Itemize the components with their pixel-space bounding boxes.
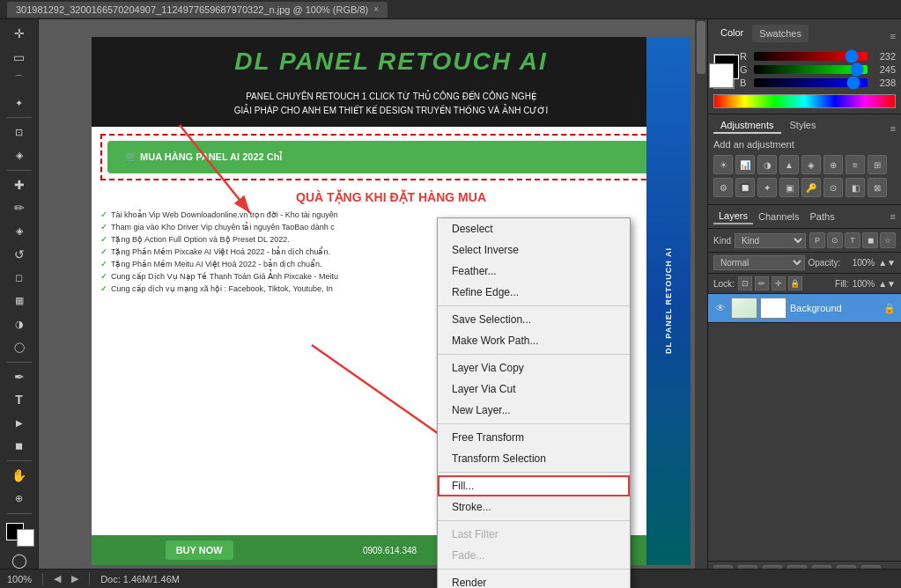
color-spectrum-bar[interactable]: [713, 94, 896, 108]
red-slider[interactable]: [754, 52, 868, 61]
clone-tool-button[interactable]: ◈: [6, 221, 33, 242]
ctx-select-inverse[interactable]: Select Inverse: [438, 239, 630, 261]
eraser-tool-button[interactable]: ◻: [6, 267, 33, 288]
ctx-stroke[interactable]: Stroke...: [438, 496, 630, 518]
color-picker[interactable]: [4, 521, 34, 548]
layers-panel-menu[interactable]: ≡: [890, 211, 896, 222]
filter-adj-btn[interactable]: ⊙: [827, 232, 843, 248]
ctx-fill[interactable]: Fill...: [438, 475, 630, 496]
blur-tool-button[interactable]: ◑: [6, 313, 33, 334]
quick-mask-button[interactable]: ◯: [11, 552, 27, 569]
dodge-tool-button[interactable]: ◯: [6, 336, 33, 357]
photo-filter-btn[interactable]: ⚙: [713, 178, 733, 197]
marquee-tool-button[interactable]: ▭: [6, 46, 33, 67]
ctx-layer-via-cut[interactable]: Layer Via Cut: [438, 379, 630, 400]
tab-layers[interactable]: Layers: [713, 209, 753, 224]
healing-tool-button[interactable]: ✚: [6, 174, 33, 195]
adjustments-section: Adjustments Styles ≡ Add an adjustment ☀…: [708, 114, 901, 205]
ctx-refine-edge[interactable]: Refine Edge...: [438, 282, 630, 303]
pen-tool-button[interactable]: ✒: [6, 366, 33, 387]
opacity-stepper[interactable]: ▲▼: [878, 258, 896, 268]
color-lookup-btn[interactable]: ✦: [757, 178, 777, 197]
v-scrollbar-thumb[interactable]: [697, 21, 705, 74]
eyedropper-tool-button[interactable]: ◈: [6, 145, 33, 166]
green-slider[interactable]: [754, 65, 868, 74]
next-state-btn[interactable]: ▶: [71, 573, 78, 584]
ctx-sep-3: [438, 423, 630, 424]
filter-shape-btn[interactable]: ◼: [862, 232, 878, 248]
ctx-save-selection[interactable]: Save Selection...: [438, 309, 630, 330]
path-selection-tool-button[interactable]: ▶: [6, 412, 33, 433]
lock-all-btn[interactable]: 🔒: [788, 276, 802, 290]
layer-item-background[interactable]: 👁 Background 🔒: [708, 294, 901, 323]
background-color-swatch[interactable]: [17, 529, 34, 547]
filter-smart-btn[interactable]: ☆: [880, 232, 896, 248]
crop-tool-button[interactable]: ⊡: [6, 121, 33, 143]
hand-tool-button[interactable]: ✋: [6, 465, 33, 486]
lock-transparent-btn[interactable]: ⊡: [738, 276, 752, 290]
color-tab-swatches[interactable]: Swatches: [752, 25, 809, 42]
color-swatch-container[interactable]: [713, 54, 735, 89]
kind-select[interactable]: Kind: [735, 233, 806, 248]
gradient-map-btn[interactable]: ◧: [846, 178, 865, 197]
title-bar: 301981292_3200166570204907_1124977659687…: [0, 0, 901, 19]
buy-now-button[interactable]: BUY NOW: [166, 540, 233, 560]
background-color[interactable]: [709, 63, 734, 88]
ctx-new-layer[interactable]: New Layer...: [438, 400, 630, 421]
lock-row: Lock: ⊡ ✏ ✛ 🔒 Fill: 100% ▲▼: [708, 274, 901, 294]
posterize-btn[interactable]: 🔑: [801, 178, 821, 197]
tab-channels[interactable]: Channels: [753, 209, 804, 224]
threshold-btn[interactable]: ⊙: [823, 178, 843, 197]
fill-value: 100%: [853, 279, 875, 289]
channel-mixer-btn[interactable]: 🔲: [735, 178, 755, 197]
fill-stepper[interactable]: ▲▼: [878, 279, 896, 289]
close-tab-button[interactable]: ×: [373, 4, 379, 14]
brush-tool-button[interactable]: ✏: [6, 197, 33, 218]
selective-color-btn[interactable]: ⊠: [868, 178, 887, 197]
color-panel-menu[interactable]: ≡: [890, 31, 896, 41]
magic-wand-tool-button[interactable]: ✦: [6, 92, 33, 114]
blue-slider[interactable]: [754, 78, 868, 87]
ctx-feather[interactable]: Feather...: [438, 261, 630, 282]
tab-adjustments[interactable]: Adjustments: [713, 118, 781, 134]
move-tool-button[interactable]: ✛: [6, 23, 33, 44]
invert-btn[interactable]: ▣: [779, 178, 799, 197]
type-tool-button[interactable]: T: [6, 389, 33, 410]
gradient-tool-button[interactable]: ▦: [6, 290, 33, 312]
buy-button[interactable]: 🛒 MUA HÀNG PANEL AI 2022 Chỉ: [107, 141, 675, 173]
black-white-btn[interactable]: ⊞: [868, 155, 887, 174]
brightness-contrast-btn[interactable]: ☀: [713, 155, 733, 174]
lock-position-btn[interactable]: ✛: [772, 276, 786, 290]
toolbar-separator-5: [7, 513, 32, 514]
ctx-free-transform[interactable]: Free Transform: [438, 427, 630, 448]
history-brush-tool-button[interactable]: ↺: [6, 244, 33, 265]
prev-state-btn[interactable]: ◀: [54, 573, 61, 584]
color-balance-btn[interactable]: ≡: [846, 155, 865, 174]
shape-tool-button[interactable]: ◼: [6, 436, 33, 457]
blend-mode-select[interactable]: Normal Multiply Screen: [713, 255, 805, 270]
zoom-tool-button[interactable]: ⊕: [6, 488, 33, 509]
ctx-layer-via-copy[interactable]: Layer Via Copy: [438, 357, 630, 379]
exposure-btn[interactable]: ▲: [779, 155, 799, 174]
lock-image-btn[interactable]: ✏: [755, 276, 769, 290]
tab-paths[interactable]: Paths: [805, 209, 840, 224]
vibrance-btn[interactable]: ◈: [801, 155, 821, 174]
ctx-make-work-path[interactable]: Make Work Path...: [438, 330, 630, 351]
document-tab[interactable]: 301981292_3200166570204907_1124977659687…: [7, 2, 388, 18]
filter-type-btn[interactable]: T: [845, 232, 860, 248]
hue-saturation-btn[interactable]: ⊕: [823, 155, 843, 174]
ctx-render[interactable]: Render: [438, 572, 630, 588]
color-tab-color[interactable]: Color: [713, 25, 750, 42]
layer-visibility-toggle[interactable]: 👁: [713, 301, 727, 315]
curves-btn[interactable]: ◑: [757, 155, 777, 174]
lasso-tool-button[interactable]: ⌒: [6, 70, 33, 91]
levels-btn[interactable]: 📊: [735, 155, 755, 174]
fill-label: Fill:: [835, 279, 849, 289]
filter-pixel-btn[interactable]: P: [809, 232, 825, 248]
status-sep-2: [89, 573, 90, 585]
ctx-deselect[interactable]: Deselect: [438, 218, 630, 239]
canvas-vertical-scrollbar[interactable]: [695, 19, 707, 588]
ctx-transform-selection[interactable]: Transform Selection: [438, 448, 630, 469]
adjustments-panel-menu[interactable]: ≡: [890, 123, 896, 134]
tab-styles[interactable]: Styles: [783, 118, 823, 134]
